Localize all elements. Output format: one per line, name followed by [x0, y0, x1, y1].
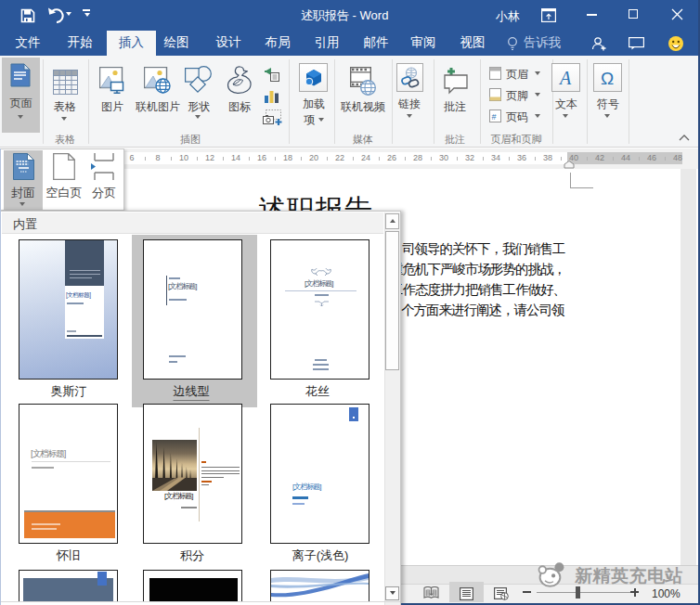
svg-text:#: # [492, 112, 497, 122]
